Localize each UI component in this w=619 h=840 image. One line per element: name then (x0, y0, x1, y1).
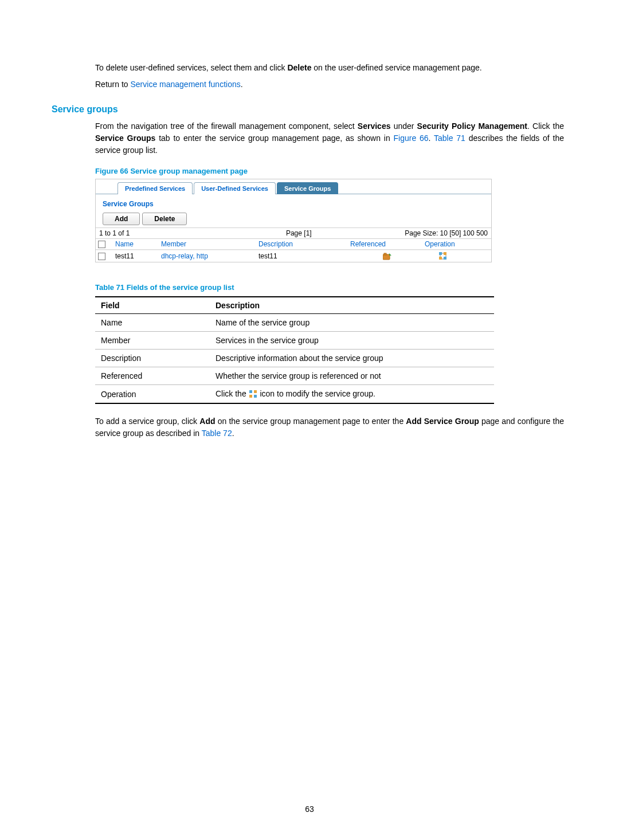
heading-service-groups: Service groups (52, 104, 564, 115)
cell-desc: Descriptive information about the servic… (210, 350, 494, 367)
fields-table: Field Description Name Name of the servi… (95, 296, 494, 404)
pager-range: 1 to 1 of 1 (99, 229, 130, 237)
text: . (232, 429, 234, 438)
cell-desc: Services in the service group (210, 332, 494, 350)
text: . (241, 80, 243, 89)
svg-rect-3 (444, 252, 446, 255)
cell-member[interactable]: dhcp-relay, http (161, 252, 258, 260)
svg-rect-4 (439, 257, 442, 260)
cell-description: test11 (258, 252, 350, 260)
text-bold: Security Policy Management (417, 121, 527, 131)
col-name: Name (115, 240, 161, 248)
col-operation: Operation (425, 240, 489, 248)
table-row: Name Name of the service group (95, 314, 494, 332)
operation-modify-icon[interactable] (425, 252, 489, 261)
add-button[interactable]: Add (103, 213, 140, 225)
link-table-72[interactable]: Table 72 (202, 429, 232, 438)
th-description: Description (210, 297, 494, 314)
text-bold: Delete (287, 63, 311, 72)
table-row: Description Descriptive information abou… (95, 350, 494, 367)
paragraph-delete: To delete user-defined services, select … (95, 62, 564, 74)
text: under (390, 121, 417, 131)
pager-size: Page Size: 10 [50] 100 500 (405, 229, 488, 237)
text-bold: Add (199, 417, 215, 426)
tab-predefined-services[interactable]: Predefined Services (117, 182, 193, 194)
cell-field: Name (95, 314, 210, 332)
cell-desc: Click the icon to modify the service gro… (210, 385, 494, 404)
delete-button[interactable]: Delete (142, 213, 187, 225)
figure-caption: Figure 66 Service group management page (95, 167, 564, 175)
cell-desc: Name of the service group (210, 314, 494, 332)
text: . (429, 134, 434, 143)
modify-icon (249, 390, 258, 399)
text: To delete user-defined services, select … (95, 63, 287, 72)
button-row: Add Delete (96, 213, 491, 225)
table-row: Member Services in the service group (95, 332, 494, 350)
svg-rect-7 (254, 390, 257, 393)
text: . Click the (527, 121, 564, 131)
paragraph-add: To add a service group, click Add on the… (95, 415, 564, 439)
cell-field: Operation (95, 385, 210, 404)
referenced-icon (350, 252, 425, 260)
figure-screenshot: Predefined Services User-Defined Service… (95, 179, 492, 262)
text-bold: Services (358, 121, 391, 131)
text-bold: Service Groups (95, 134, 155, 143)
svg-rect-2 (439, 252, 442, 255)
th-field: Field (95, 297, 210, 314)
pager-page: Page [1] (286, 229, 312, 237)
cell-name: test11 (115, 252, 161, 260)
page-number: 63 (0, 804, 619, 814)
link-service-management[interactable]: Service management functions (130, 80, 240, 89)
pager: 1 to 1 of 1 Page [1] Page Size: 10 [50] … (96, 227, 491, 239)
text-bold: Add Service Group (406, 417, 479, 426)
text: To add a service group, click (95, 417, 199, 426)
svg-rect-5 (444, 257, 446, 260)
tab-user-defined-services[interactable]: User-Defined Services (194, 182, 276, 194)
col-description: Description (258, 240, 350, 248)
select-all-checkbox[interactable] (98, 241, 105, 248)
text: Click the (216, 389, 249, 398)
link-table-71[interactable]: Table 71 (434, 134, 465, 143)
cell-field: Referenced (95, 367, 210, 385)
tab-bar: Predefined Services User-Defined Service… (96, 179, 491, 194)
text: tab to enter the service group managemen… (155, 134, 393, 143)
cell-field: Member (95, 332, 210, 350)
table-row: test11 dhcp-relay, http test11 (96, 250, 491, 262)
link-figure-66[interactable]: Figure 66 (394, 134, 429, 143)
table-row: Operation Click the icon to modify the s… (95, 385, 494, 404)
grid-header: Name Member Description Referenced Opera… (96, 239, 491, 250)
table-row: Referenced Whether the service group is … (95, 367, 494, 385)
svg-rect-8 (249, 395, 252, 398)
table-caption: Table 71 Fields of the service group lis… (95, 283, 564, 292)
cell-desc: Whether the service group is referenced … (210, 367, 494, 385)
svg-rect-6 (249, 390, 252, 393)
col-referenced: Referenced (350, 240, 425, 248)
text: on the service group management page to … (215, 417, 406, 426)
col-member: Member (161, 240, 258, 248)
text: icon to modify the service group. (258, 389, 375, 398)
paragraph-nav: From the navigation tree of the firewall… (95, 120, 564, 156)
text: on the user-defined service management p… (311, 63, 481, 72)
text: Return to (95, 80, 130, 89)
row-checkbox[interactable] (98, 253, 105, 260)
paragraph-return: Return to Service management functions. (95, 78, 564, 91)
svg-rect-1 (384, 253, 386, 255)
panel-title: Service Groups (96, 194, 491, 213)
svg-rect-9 (254, 395, 257, 398)
text: From the navigation tree of the firewall… (95, 121, 358, 131)
cell-field: Description (95, 350, 210, 367)
tab-service-groups[interactable]: Service Groups (277, 182, 338, 194)
